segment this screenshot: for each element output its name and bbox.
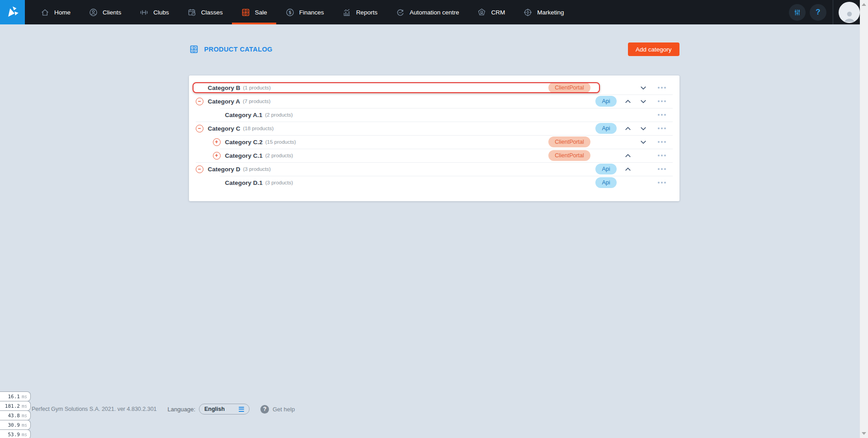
collapse-icon[interactable]: − [196, 125, 203, 132]
row-separator [220, 135, 673, 136]
expand-icon[interactable]: + [213, 152, 221, 160]
api-badge-slot: Api [592, 164, 620, 174]
row-menu-slot [651, 141, 673, 143]
expand-icon[interactable]: + [213, 138, 221, 146]
clubs-icon [139, 8, 149, 17]
nav-item-home[interactable]: Home [31, 0, 80, 24]
person-icon [843, 9, 856, 23]
chevron-up-icon[interactable] [625, 99, 631, 104]
nav-item-marketing[interactable]: Marketing [514, 0, 573, 24]
nav-item-finances[interactable]: Finances [276, 0, 333, 24]
move-down-slot [636, 99, 651, 104]
page-title: PRODUCT CATALOG [204, 46, 273, 53]
topbar-right-controls: ? [785, 0, 860, 24]
chevron-up-icon[interactable] [625, 154, 631, 158]
language-select[interactable]: English [199, 404, 250, 414]
chevron-down-icon[interactable] [640, 127, 646, 131]
copyright-text: Perfect Gym Solutions S.A. 2021. ver 4.8… [32, 406, 157, 412]
timing-box: 53.9ms [0, 429, 31, 438]
more-options-icon[interactable] [658, 182, 666, 184]
clientportal-badge: ClientPortal [548, 137, 590, 147]
product-catalog-icon [189, 44, 199, 54]
row-left: +Category C.2(15 products) [213, 138, 296, 146]
row-right: Api [547, 164, 673, 174]
automation-icon [396, 8, 405, 17]
nav-item-clients[interactable]: Clients [80, 0, 130, 24]
clientportal-badge-slot: ClientPortal [547, 137, 592, 147]
nav-item-automation-centre[interactable]: Automation centre [387, 0, 468, 24]
page-scrollbar[interactable] [860, 0, 868, 438]
more-options-icon[interactable] [658, 100, 666, 102]
api-badge: Api [595, 177, 616, 188]
category-name: Category C.1 [225, 152, 263, 159]
clients-icon [89, 8, 98, 17]
timing-value: 181.2 [5, 403, 20, 409]
more-options-icon[interactable] [658, 141, 666, 143]
category-name: Category D.1 [225, 179, 263, 186]
row-menu-slot [651, 87, 673, 89]
user-avatar[interactable] [839, 2, 860, 23]
more-options-icon[interactable] [658, 87, 666, 89]
finances-icon [285, 8, 295, 17]
row-right: ClientPortal [547, 137, 673, 147]
chevron-up-icon[interactable] [625, 127, 631, 131]
nav-item-label: Automation centre [410, 9, 459, 16]
topbar-divider [833, 0, 833, 24]
nav-item-sale[interactable]: Sale [232, 0, 276, 24]
move-up-slot [620, 99, 636, 104]
page-footer: Perfect Gym Solutions S.A. 2021. ver 4.8… [32, 404, 295, 414]
get-help-link[interactable]: ? Get help [260, 405, 295, 414]
nav-item-label: Reports [356, 9, 377, 16]
api-badge: Api [595, 164, 616, 174]
crm-icon [477, 8, 486, 17]
timing-value: 16.1 [8, 394, 20, 400]
timing-unit: ms [22, 432, 27, 437]
category-row: Category B(1 products)ClientPortal [196, 81, 673, 94]
move-up-slot [620, 167, 636, 171]
nav-item-crm[interactable]: CRM [468, 0, 514, 24]
category-row: Category D.1(3 products)Api [196, 176, 673, 189]
row-right: Api [547, 177, 673, 188]
move-down-slot [636, 140, 651, 144]
collapse-icon[interactable]: − [196, 165, 203, 173]
language-value: English [204, 406, 225, 412]
row-menu-slot [651, 182, 673, 184]
timing-value: 43.8 [8, 413, 20, 419]
scroll-down-arrow-icon[interactable] [862, 432, 866, 435]
more-options-icon[interactable] [658, 168, 666, 170]
category-row: Category A.1(2 products) [196, 108, 673, 122]
nav-item-label: Clients [103, 9, 121, 16]
add-category-button[interactable]: Add category [628, 42, 679, 56]
chevron-down-icon[interactable] [640, 140, 646, 144]
chevron-up-icon[interactable] [625, 167, 631, 171]
timing-box: 30.9ms [0, 420, 31, 430]
more-options-icon[interactable] [658, 155, 666, 156]
chevron-down-icon[interactable] [640, 86, 646, 90]
sale-icon [241, 8, 250, 17]
more-options-icon[interactable] [658, 127, 666, 129]
category-product-count: (7 products) [243, 99, 270, 104]
collapse-icon[interactable]: − [196, 98, 203, 105]
row-menu-slot [651, 114, 673, 116]
scroll-up-arrow-icon[interactable] [862, 3, 866, 6]
reports-icon [342, 8, 352, 17]
category-row: −Category D(3 products)Api [196, 162, 673, 176]
move-up-slot [620, 154, 636, 158]
row-menu-slot [651, 168, 673, 170]
nav-item-classes[interactable]: Classes [178, 0, 232, 24]
nav-item-reports[interactable]: Reports [333, 0, 387, 24]
timing-box: 16.1ms [0, 391, 31, 401]
move-down-slot [636, 86, 651, 90]
timing-value: 53.9 [8, 432, 20, 438]
chevron-down-icon[interactable] [640, 99, 646, 104]
more-options-icon[interactable] [658, 114, 666, 116]
classes-icon [187, 8, 197, 17]
main-nav: HomeClientsClubsClassesSaleFinancesRepor… [31, 0, 573, 24]
category-product-count: (1 products) [243, 85, 271, 90]
help-button[interactable]: ? [810, 4, 826, 21]
app-logo[interactable] [0, 0, 25, 24]
row-menu-slot [651, 155, 673, 156]
filters-button[interactable] [789, 4, 806, 21]
nav-item-label: Finances [299, 9, 324, 16]
nav-item-clubs[interactable]: Clubs [130, 0, 178, 24]
